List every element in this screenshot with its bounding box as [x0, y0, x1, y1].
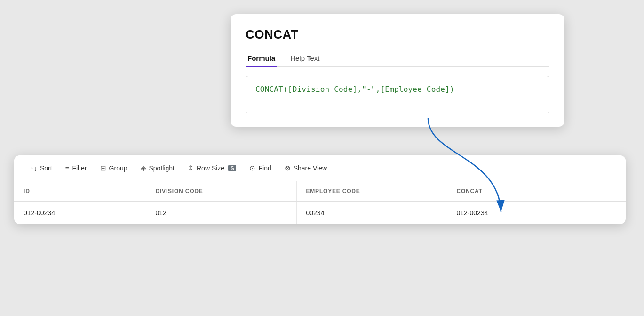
share-view-icon: ⊗ — [285, 164, 291, 172]
sort-button[interactable]: ↑↓ Sort — [24, 162, 59, 175]
formula-code: CONCAT([Division Code],"-",[Employee Cod… — [255, 85, 454, 94]
cell-id: 012-00234 — [14, 202, 146, 225]
data-table: ID DIVISION CODE EMPLOYEE CODE CONCAT 01… — [14, 181, 626, 224]
table-card: ↑↓ Sort ≡ Filter ⊟ Group ◈ Spotlight ⇕ R… — [14, 155, 626, 224]
col-header-employee-code: EMPLOYEE CODE — [296, 181, 447, 202]
col-header-id: ID — [14, 181, 146, 202]
filter-icon: ≡ — [65, 164, 70, 172]
sort-label: Sort — [40, 164, 52, 172]
tab-help-text[interactable]: Help Text — [288, 50, 321, 67]
table-header-row: ID DIVISION CODE EMPLOYEE CODE CONCAT — [14, 181, 626, 202]
find-button[interactable]: ⊙ Find — [243, 161, 278, 175]
group-label: Group — [109, 164, 127, 172]
row-size-badge: S — [228, 165, 236, 171]
row-size-label: Row Size — [197, 164, 224, 172]
find-icon: ⊙ — [249, 164, 255, 172]
group-button[interactable]: ⊟ Group — [94, 161, 134, 175]
filter-button[interactable]: ≡ Filter — [59, 162, 94, 175]
spotlight-icon: ◈ — [141, 164, 146, 172]
row-size-button[interactable]: ⇕ Row Size S — [181, 161, 243, 175]
cell-division-code: 012 — [146, 202, 296, 225]
row-size-icon: ⇕ — [188, 164, 194, 172]
cell-concat: 012-00234 — [447, 202, 626, 225]
col-header-division-code: DIVISION CODE — [146, 181, 296, 202]
spotlight-label: Spotlight — [149, 164, 175, 172]
table-row: 012-00234 012 00234 012-00234 — [14, 202, 626, 225]
filter-label: Filter — [72, 164, 87, 172]
formula-tabs: Formula Help Text — [246, 50, 549, 67]
formula-card: CONCAT Formula Help Text CONCAT([Divisio… — [231, 14, 564, 127]
sort-icon: ↑↓ — [30, 164, 37, 172]
cell-employee-code: 00234 — [296, 202, 447, 225]
formula-editor[interactable]: CONCAT([Division Code],"-",[Employee Cod… — [246, 76, 549, 113]
toolbar: ↑↓ Sort ≡ Filter ⊟ Group ◈ Spotlight ⇕ R… — [14, 155, 626, 181]
spotlight-button[interactable]: ◈ Spotlight — [134, 161, 181, 175]
tab-formula[interactable]: Formula — [246, 50, 277, 67]
col-header-concat: CONCAT — [447, 181, 626, 202]
share-view-button[interactable]: ⊗ Share View — [278, 161, 334, 175]
share-view-label: Share View — [294, 164, 327, 172]
formula-title: CONCAT — [246, 27, 549, 42]
find-label: Find — [258, 164, 271, 172]
group-icon: ⊟ — [100, 164, 106, 172]
